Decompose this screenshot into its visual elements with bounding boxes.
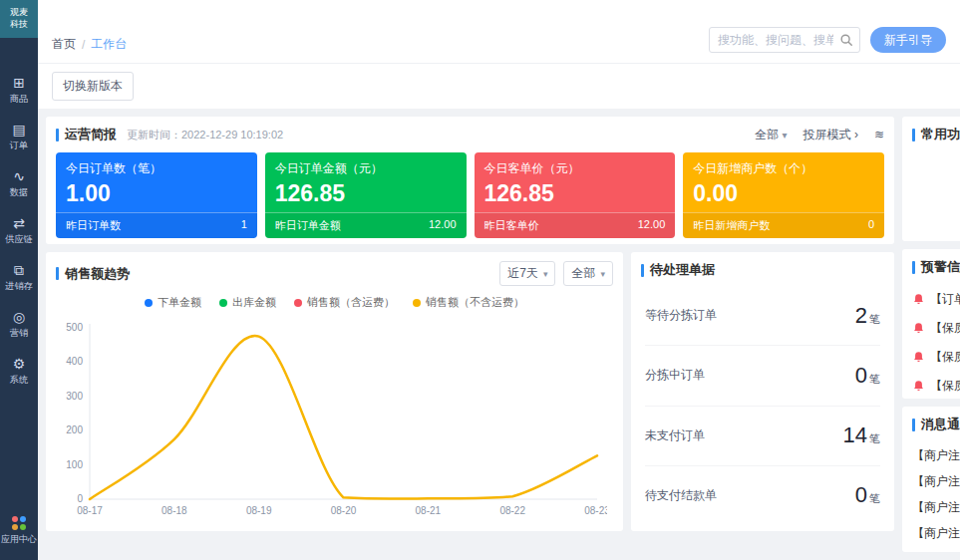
scope-select[interactable]: 全部▾	[563, 261, 613, 286]
stat-yesterday-value: 12.00	[429, 218, 457, 233]
sidebar-item-marketing[interactable]: ◎ 营销	[0, 310, 38, 340]
sidebar-item-label: 供应链	[5, 233, 33, 246]
pending-row-settlement[interactable]: 待支付结款单 0笔	[645, 466, 880, 525]
warning-item[interactable]: 【保质期	[912, 372, 960, 401]
brand-logo-text: 观麦	[10, 7, 28, 19]
breadcrumb-separator: /	[82, 38, 85, 52]
card-accent-bar	[912, 261, 915, 274]
inventory-icon: ⧉	[14, 263, 24, 277]
legend-dot	[413, 299, 421, 307]
stat-card-today-avg-price: 今日客单价（元） 126.85 昨日客单价12.00	[475, 152, 676, 238]
notice-item[interactable]: 【商户注册】	[912, 442, 960, 468]
stat-card-today-order-amount: 今日订单金额（元） 126.85 昨日订单金额12.00	[265, 152, 467, 238]
svg-text:300: 300	[66, 391, 83, 402]
svg-text:400: 400	[66, 356, 83, 367]
switch-version-button[interactable]: 切换新版本	[52, 72, 134, 101]
sidebar: 观麦 科技 ⊞ 商品 ▤ 订单 ∿ 数据 ⇄ 供应链 ⧉ 进销存	[0, 0, 38, 560]
date-range-select[interactable]: 近7天▾	[499, 261, 555, 286]
stat-value: 126.85	[265, 177, 467, 212]
dashboard-content: 运营简报 更新时间：2022-12-29 10:19:02 全部 ▾ 投屏模式 …	[38, 109, 960, 560]
app-center-icon	[12, 516, 26, 530]
chevron-right-icon: ›	[854, 128, 858, 141]
main-area: 首页 / 工作台 新手引导 切换新版本	[38, 0, 960, 560]
sidebar-item-data[interactable]: ∿ 数据	[0, 169, 38, 199]
legend-item-sales-with-freight[interactable]: 销售额（含运费）	[294, 295, 395, 310]
pending-count: 2	[855, 303, 867, 328]
notice-item[interactable]: 【商户注册】	[912, 494, 960, 520]
message-notice-card: 消息通知 【商户注册】 【商户注册】 【商户注册】 【商户注册】	[902, 407, 960, 552]
brief-card-title: 运营简报	[65, 126, 117, 143]
legend-item-order-amount[interactable]: 下单金额	[145, 295, 201, 310]
stat-title: 今日新增商户数（个）	[683, 152, 884, 177]
sidebar-item-orders[interactable]: ▤ 订单	[0, 123, 38, 152]
breadcrumb-home-link[interactable]: 首页	[52, 36, 76, 53]
brand-logo: 观麦 科技	[0, 0, 38, 38]
chevron-down-icon: ▾	[783, 130, 788, 140]
screen-cast-mode-button[interactable]: 投屏模式 ›	[803, 127, 858, 143]
breadcrumb-current-link[interactable]: 工作台	[91, 36, 127, 53]
card-accent-bar	[912, 419, 915, 431]
alarm-bell-icon	[912, 322, 925, 335]
sidebar-item-label: 系统	[10, 374, 28, 387]
common-functions-card: 常用功能	[902, 117, 960, 241]
newbie-guide-button[interactable]: 新手引导	[870, 27, 946, 53]
legend-dot	[294, 299, 302, 307]
svg-text:08-19: 08-19	[246, 505, 272, 516]
search-icon[interactable]	[839, 33, 853, 47]
version-bar: 切换新版本	[38, 64, 960, 109]
brand-logo-text: 科技	[10, 19, 28, 31]
warning-item[interactable]: 【保质期	[912, 343, 960, 372]
notice-text: 【商户注册】	[912, 473, 960, 490]
pending-row-unpaid-orders[interactable]: 未支付订单 14笔	[645, 407, 880, 466]
svg-text:08-18: 08-18	[161, 505, 187, 516]
message-notice-title: 消息通知	[921, 416, 960, 433]
notice-text: 【商户注册】	[912, 499, 960, 516]
right-panel: 常用功能 预警信息 【订单】	[902, 117, 960, 552]
stat-value: 0.00	[683, 177, 884, 212]
pending-row-sorting[interactable]: 分拣中订单 0笔	[645, 346, 880, 406]
pending-label: 分拣中订单	[645, 367, 705, 384]
sidebar-item-inventory[interactable]: ⧉ 进销存	[0, 263, 38, 293]
chevron-down-icon: ▾	[543, 269, 548, 279]
warning-text: 【订单】	[930, 291, 960, 308]
pending-unit: 笔	[869, 492, 880, 504]
search-input[interactable]	[709, 27, 860, 53]
sidebar-item-supply-chain[interactable]: ⇄ 供应链	[0, 216, 38, 246]
pending-card-title: 待处理单据	[650, 261, 715, 279]
brief-update-time: 更新时间：2022-12-29 10:19:02	[127, 128, 283, 142]
stat-yesterday-value: 1	[241, 218, 247, 233]
pending-label: 未支付订单	[645, 427, 705, 444]
svg-text:08-23: 08-23	[584, 505, 607, 516]
sidebar-item-app-center[interactable]: 应用中心	[0, 506, 38, 560]
order-icon: ▤	[12, 123, 25, 137]
sidebar-item-system[interactable]: ⚙ 系统	[0, 357, 38, 387]
brief-scope-dropdown[interactable]: 全部 ▾	[755, 127, 787, 143]
stat-title: 今日客单价（元）	[475, 152, 676, 177]
gear-icon: ⚙	[13, 357, 26, 371]
sidebar-item-goods[interactable]: ⊞ 商品	[0, 76, 38, 106]
sidebar-item-label: 订单	[10, 140, 28, 152]
pending-count: 14	[843, 422, 867, 447]
pending-row-waiting-sort[interactable]: 等待分拣订单 2笔	[645, 286, 880, 346]
svg-text:08-17: 08-17	[77, 505, 103, 516]
warning-item[interactable]: 【保质期	[912, 314, 960, 343]
warning-info-title: 预警信息	[921, 258, 960, 276]
stat-card-new-merchants: 今日新增商户数（个） 0.00 昨日新增商户数0	[683, 152, 884, 238]
stat-yesterday-value: 0	[868, 218, 874, 233]
notice-text: 【商户注册】	[912, 447, 960, 464]
notice-item[interactable]: 【商户注册】	[912, 468, 960, 494]
legend-item-sales-without-freight[interactable]: 销售额（不含运费）	[413, 295, 524, 310]
warning-item[interactable]: 【订单】	[912, 285, 960, 314]
breadcrumb: 首页 / 工作台	[52, 36, 127, 53]
pending-count: 0	[855, 482, 867, 507]
svg-text:0: 0	[77, 493, 83, 504]
pending-unit: 笔	[869, 373, 880, 385]
sidebar-item-label: 商品	[10, 93, 28, 106]
pending-unit: 笔	[869, 432, 880, 444]
notice-item[interactable]: 【商户注册】	[912, 520, 960, 546]
card-accent-bar	[56, 267, 59, 280]
layout-settings-icon[interactable]: ≋	[874, 128, 884, 141]
operation-brief-card: 运营简报 更新时间：2022-12-29 10:19:02 全部 ▾ 投屏模式 …	[46, 117, 894, 244]
chevron-down-icon: ▾	[600, 269, 605, 279]
legend-item-outbound-amount[interactable]: 出库金额	[219, 295, 276, 310]
